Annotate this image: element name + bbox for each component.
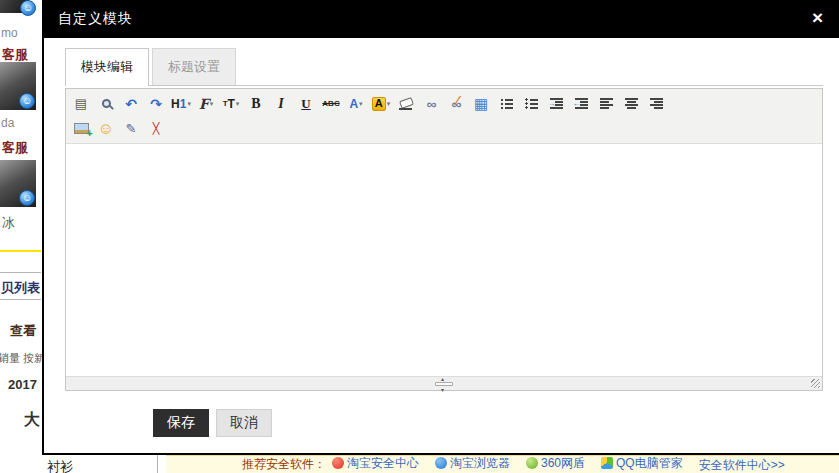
unlink-icon: ∞ xyxy=(452,97,461,111)
font-family-icon: F xyxy=(199,97,209,111)
link-icon: ∞ xyxy=(427,97,436,111)
italic-icon: I xyxy=(278,97,283,111)
cancel-button[interactable]: 取消 xyxy=(216,409,272,437)
font-family-caret-icon: ▾ xyxy=(210,100,214,108)
qq-icon[interactable] xyxy=(20,0,36,16)
outdent-button[interactable] xyxy=(571,94,591,114)
table-button[interactable]: ▦ xyxy=(471,94,491,114)
divider xyxy=(0,272,41,273)
unordered-list-icon xyxy=(525,98,538,110)
align-right-icon xyxy=(650,98,663,110)
insert-image-button[interactable] xyxy=(71,119,91,139)
security-bar-label: 推荐安全软件： xyxy=(242,456,326,473)
undo-button[interactable]: ↶ xyxy=(121,94,141,114)
divider xyxy=(0,299,41,300)
ordered-list-button[interactable] xyxy=(496,94,516,114)
fullscreen-icon: ╳ xyxy=(153,123,160,134)
vertical-resize-handle[interactable] xyxy=(435,382,453,386)
underline-icon: U xyxy=(301,97,310,110)
corner-resize-handle[interactable] xyxy=(811,379,820,388)
link-label: 安全软件中心>> xyxy=(699,457,785,473)
ordered-list-icon xyxy=(500,98,513,110)
unordered-list-button[interactable] xyxy=(521,94,541,114)
contact-name: 冰 xyxy=(2,214,15,232)
text-fragment: 大 xyxy=(24,410,40,431)
security-links: 淘宝安全中心淘宝浏览器360网盾QQ电脑管家安全软件中心>> xyxy=(332,455,801,473)
redo-icon: ↷ xyxy=(150,97,162,111)
preview-button[interactable] xyxy=(96,94,116,114)
unlink-button[interactable]: ∞ xyxy=(446,94,466,114)
shield-360-icon xyxy=(526,457,538,469)
taobao-browser-icon xyxy=(435,457,447,469)
font-size-caret-icon: ▾ xyxy=(236,100,240,108)
remove-format-icon xyxy=(399,99,413,109)
indent-button[interactable] xyxy=(546,94,566,114)
service-label: 客服 xyxy=(2,139,28,157)
fullscreen-button[interactable]: ╳ xyxy=(146,119,166,139)
highlight-color-button[interactable]: A▾ xyxy=(371,94,391,114)
preview-icon xyxy=(102,99,111,108)
redo-button[interactable]: ↷ xyxy=(146,94,166,114)
font-color-button[interactable]: A▾ xyxy=(346,94,366,114)
toolbar-row-2: ☺✎╳ xyxy=(71,116,817,141)
emoticon-button[interactable]: ☺ xyxy=(96,119,116,139)
emoticon-icon: ☺ xyxy=(98,121,114,137)
editor-content-area[interactable] xyxy=(66,144,822,376)
align-left-button[interactable] xyxy=(596,94,616,114)
qq-pc-manager-link[interactable]: QQ电脑管家 xyxy=(601,455,683,472)
font-size-button[interactable]: T▾ xyxy=(221,94,241,114)
taobao-security-center-link[interactable]: 淘宝安全中心 xyxy=(332,455,419,472)
close-icon[interactable]: × xyxy=(812,8,823,27)
heading-caret-icon: ▾ xyxy=(187,100,191,108)
dialog-title: 自定义模块 xyxy=(58,10,133,28)
sort-options: 销量 按新 xyxy=(0,351,42,366)
view-link: 查看 xyxy=(10,322,42,340)
outdent-icon xyxy=(575,98,588,110)
save-button[interactable]: 保存 xyxy=(153,409,209,437)
link-label: QQ电脑管家 xyxy=(616,455,683,472)
taobao-browser-link[interactable]: 淘宝浏览器 xyxy=(435,455,510,472)
align-right-button[interactable] xyxy=(646,94,666,114)
font-size-icon: T xyxy=(223,98,235,110)
qq-icon[interactable] xyxy=(19,190,35,206)
paste-icon: ▤ xyxy=(75,97,87,110)
underline-button[interactable]: U xyxy=(296,94,316,114)
remove-format-button[interactable] xyxy=(396,94,416,114)
tab-title-settings[interactable]: 标题设置 xyxy=(152,48,236,85)
rich-text-editor: ▤↶↷H▾F▾T▾BIUABCA▾A▾∞∞▦ ☺✎╳ xyxy=(65,88,823,391)
link-label: 360网盾 xyxy=(541,455,585,472)
tab-bar: 模块编辑 标题设置 xyxy=(65,48,823,86)
divider xyxy=(157,455,158,473)
security-software-center-link[interactable]: 安全软件中心>> xyxy=(699,457,785,473)
strikethrough-button[interactable]: ABC xyxy=(321,94,341,114)
link-button[interactable]: ∞ xyxy=(421,94,441,114)
year-label: 2017 xyxy=(8,377,37,392)
dialog-header: 自定义模块 × xyxy=(44,0,839,38)
editor-resize-bar xyxy=(66,376,822,390)
align-center-button[interactable] xyxy=(621,94,641,114)
indent-icon xyxy=(550,98,563,110)
strikethrough-icon: ABC xyxy=(322,100,339,108)
qq-icon[interactable] xyxy=(19,93,35,109)
heading-button[interactable]: H▾ xyxy=(171,94,191,114)
bold-icon: B xyxy=(251,97,260,111)
undo-icon: ↶ xyxy=(125,97,137,111)
editor-toolbar: ▤↶↷H▾F▾T▾BIUABCA▾A▾∞∞▦ ☺✎╳ xyxy=(66,89,822,144)
custom-module-dialog: 自定义模块 × 模块编辑 标题设置 ▤↶↷H▾F▾T▾BIUABCA▾A▾∞∞▦… xyxy=(42,0,839,455)
font-family-button[interactable]: F▾ xyxy=(196,94,216,114)
align-left-icon xyxy=(600,98,613,110)
dialog-actions: 保存 取消 xyxy=(153,409,823,437)
bold-button[interactable]: B xyxy=(246,94,266,114)
paste-button[interactable]: ▤ xyxy=(71,94,91,114)
tab-module-edit[interactable]: 模块编辑 xyxy=(65,48,149,86)
contact-name: da xyxy=(1,116,14,130)
heading-icon: H xyxy=(171,98,186,110)
link-label: 淘宝安全中心 xyxy=(347,455,419,472)
insert-image-icon xyxy=(74,123,89,134)
security-software-bar: 推荐安全软件： 淘宝安全中心淘宝浏览器360网盾QQ电脑管家安全软件中心>> xyxy=(166,455,839,473)
qq-manager-icon xyxy=(601,457,613,469)
taobao-security-icon xyxy=(332,457,344,469)
source-code-button[interactable]: ✎ xyxy=(121,119,141,139)
360-shield-link[interactable]: 360网盾 xyxy=(526,455,585,472)
italic-button[interactable]: I xyxy=(271,94,291,114)
